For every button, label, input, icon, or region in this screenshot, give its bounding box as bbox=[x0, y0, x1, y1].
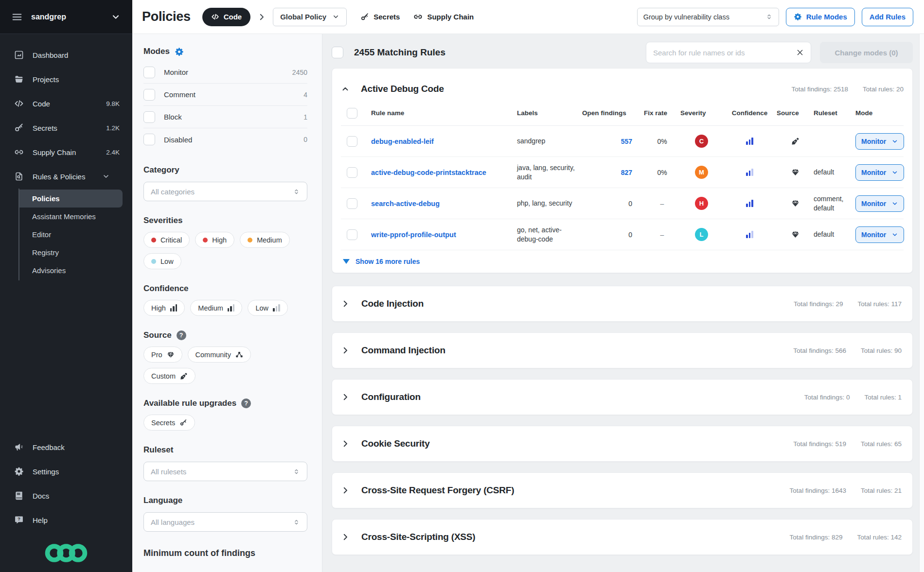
severity-chip-high[interactable]: High bbox=[195, 232, 234, 248]
open-findings-link[interactable]: 557 bbox=[621, 138, 632, 145]
sidebar-item-rules-policies[interactable]: Rules & Policies bbox=[0, 164, 132, 189]
chevron-right-icon[interactable] bbox=[341, 393, 350, 401]
matching-rules-count: 2455 Matching Rules bbox=[354, 47, 445, 58]
sidebar-item-settings[interactable]: Settings bbox=[0, 459, 132, 484]
sidebar-item-policies[interactable]: Policies bbox=[19, 190, 123, 208]
rule-name-link[interactable]: write-pprof-profile-output bbox=[371, 231, 456, 239]
chevron-right-icon[interactable] bbox=[341, 346, 350, 355]
sidebar-item-advisories[interactable]: Advisories bbox=[19, 261, 123, 279]
stepper-icon bbox=[765, 13, 773, 20]
severity-chip-critical[interactable]: Critical bbox=[143, 232, 190, 248]
add-rules-button[interactable]: Add Rules bbox=[862, 8, 913, 26]
mode-dropdown[interactable]: Monitor bbox=[855, 133, 904, 150]
severity-chip-medium[interactable]: Medium bbox=[240, 232, 290, 248]
language-select[interactable]: All languages bbox=[143, 512, 307, 532]
sidebar-item-projects[interactable]: Projects bbox=[0, 67, 132, 91]
supply-chain-link[interactable]: Supply Chain bbox=[413, 12, 474, 21]
gear-icon[interactable] bbox=[175, 47, 184, 56]
mode-dropdown[interactable]: Monitor bbox=[855, 226, 904, 243]
change-modes-button[interactable]: Change modes (0) bbox=[820, 42, 913, 63]
question-circle-icon[interactable]: ? bbox=[241, 399, 251, 408]
row-checkbox[interactable] bbox=[347, 136, 357, 147]
chevron-right-icon[interactable] bbox=[341, 299, 350, 308]
severity-badge: M bbox=[695, 166, 708, 179]
language-placeholder: All languages bbox=[151, 518, 293, 526]
gem-icon bbox=[791, 230, 800, 239]
sidebar-item-editor[interactable]: Editor bbox=[19, 225, 123, 243]
section-title: Cross-Site-Scripting (XSS) bbox=[361, 532, 475, 542]
confidence-filter: Confidence High Medium Low bbox=[143, 284, 307, 316]
clear-search-icon[interactable] bbox=[796, 49, 804, 56]
source-chip-community[interactable]: Community bbox=[188, 347, 251, 363]
mode-dropdown[interactable]: Monitor bbox=[855, 195, 904, 212]
sidebar-item-code[interactable]: Code 9.8K bbox=[0, 91, 132, 116]
sidebar-item-help[interactable]: ? Help bbox=[0, 508, 132, 532]
org-name: sandgrep bbox=[31, 13, 111, 21]
search-input[interactable] bbox=[653, 49, 796, 57]
sidebar-item-supply-chain[interactable]: Supply Chain 2.4K bbox=[0, 140, 132, 164]
scrollbar[interactable] bbox=[919, 34, 924, 572]
bars-icon bbox=[228, 304, 235, 312]
source-chip-pro[interactable]: Pro bbox=[143, 347, 182, 363]
policy-selector[interactable]: Global Policy bbox=[273, 8, 347, 26]
show-more-rules[interactable]: Show 16 more rules bbox=[341, 250, 904, 273]
confidence-bars-icon bbox=[746, 169, 753, 176]
sidebar-item-secrets[interactable]: Secrets 1.2K bbox=[0, 116, 132, 140]
product-tab-code[interactable]: Code bbox=[202, 8, 251, 26]
rule-row: active-debug-code-printstacktrace java, … bbox=[341, 157, 904, 188]
chevron-down-icon[interactable] bbox=[111, 12, 121, 22]
svg-text:?: ? bbox=[18, 517, 20, 521]
chevron-right-icon[interactable] bbox=[341, 533, 350, 541]
sidebar: sandgrep Dashboard Projects bbox=[0, 0, 132, 572]
upgrade-chip-secrets[interactable]: Secrets bbox=[143, 415, 195, 431]
mode-filter-list: Monitor 2450 Comment 4 Block 1 Disabled … bbox=[143, 61, 307, 151]
key-icon bbox=[179, 419, 187, 427]
confidence-chip-medium[interactable]: Medium bbox=[190, 300, 242, 316]
hamburger-icon[interactable] bbox=[12, 12, 22, 22]
rule-name-link[interactable]: debug-enabled-leif bbox=[371, 138, 434, 145]
sidebar-item-registry[interactable]: Registry bbox=[19, 243, 123, 261]
severity-chip-low[interactable]: Low bbox=[143, 253, 181, 269]
sidebar-item-dashboard[interactable]: Dashboard bbox=[0, 43, 132, 67]
sidebar-item-docs[interactable]: Docs bbox=[0, 484, 132, 508]
confidence-chip-high[interactable]: High bbox=[143, 300, 185, 316]
row-checkbox[interactable] bbox=[347, 167, 357, 178]
question-circle-icon[interactable]: ? bbox=[177, 330, 186, 340]
ruleset-heading: Ruleset bbox=[143, 445, 307, 455]
chevron-up-icon[interactable] bbox=[341, 85, 350, 93]
stepper-icon bbox=[293, 519, 300, 526]
row-checkbox[interactable] bbox=[347, 198, 357, 209]
sidebar-item-count: 9.8K bbox=[106, 100, 120, 107]
org-switcher[interactable]: sandgrep bbox=[0, 0, 132, 34]
chip-label: Pro bbox=[151, 351, 162, 359]
open-findings-link[interactable]: 827 bbox=[621, 169, 632, 176]
checkbox[interactable] bbox=[143, 111, 155, 123]
checkbox[interactable] bbox=[143, 89, 155, 101]
ruleset-select[interactable]: All rulesets bbox=[143, 462, 307, 481]
rule-name-link[interactable]: search-active-debug bbox=[371, 200, 440, 208]
chevron-down-icon bbox=[101, 173, 111, 180]
total-rules: Total rules: 65 bbox=[861, 440, 902, 448]
header-checkbox[interactable] bbox=[347, 108, 357, 119]
row-checkbox[interactable] bbox=[347, 229, 357, 240]
chevron-right-icon[interactable] bbox=[341, 439, 350, 448]
sidebar-item-feedback[interactable]: Feedback bbox=[0, 435, 132, 459]
rule-modes-button[interactable]: Rule Modes bbox=[786, 8, 855, 26]
page-title: Policies bbox=[142, 9, 191, 24]
secrets-link[interactable]: Secrets bbox=[360, 13, 400, 21]
source-filter: Source ? Pro Community Custom bbox=[143, 330, 307, 384]
severity-badge: H bbox=[695, 197, 708, 210]
checkbox[interactable] bbox=[143, 134, 155, 145]
checkbox[interactable] bbox=[143, 67, 155, 78]
source-chip-custom[interactable]: Custom bbox=[143, 368, 195, 384]
group-by-select[interactable]: Group by vulnerability class bbox=[637, 8, 779, 26]
link-icon bbox=[413, 12, 423, 21]
mode-dropdown[interactable]: Monitor bbox=[855, 164, 904, 181]
rule-name-link[interactable]: active-debug-code-printstacktrace bbox=[371, 169, 486, 176]
sidebar-item-assistant-memories[interactable]: Assistant Memories bbox=[19, 208, 123, 225]
category-select[interactable]: All categories bbox=[143, 182, 307, 201]
select-all-checkbox[interactable] bbox=[332, 47, 343, 58]
chevron-right-icon bbox=[257, 13, 266, 21]
confidence-chip-low[interactable]: Low bbox=[248, 300, 287, 316]
chevron-right-icon[interactable] bbox=[341, 486, 350, 495]
